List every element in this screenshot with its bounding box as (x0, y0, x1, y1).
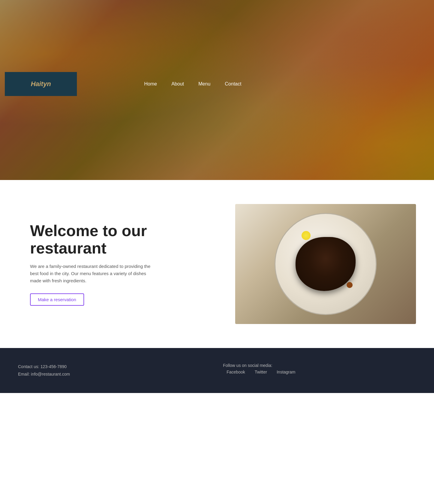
main-food-image (235, 204, 416, 324)
logo: Haityn (5, 72, 77, 96)
footer-contact: Contact us: 123-456-7890 Email: info@res… (18, 363, 211, 378)
footer-social: Follow us on social media: Facebook Twit… (223, 363, 416, 378)
social-links: Facebook Twitter Instagram (223, 369, 416, 375)
footer: Contact us: 123-456-7890 Email: info@res… (0, 348, 434, 393)
navbar: Haityn Home About Menu Contact (0, 72, 434, 96)
contact-line2: Email: info@restaurant.com (18, 370, 211, 378)
nav-links: Home About Menu Contact (137, 79, 249, 89)
hero-section: Haityn Home About Menu Contact (0, 0, 434, 180)
nav-link-about[interactable]: About (164, 79, 191, 89)
nav-link-home[interactable]: Home (137, 79, 164, 89)
main-section: Welcome to our restaurant We are a famil… (0, 180, 434, 348)
food-item (296, 237, 356, 291)
main-text-block: Welcome to our restaurant We are a famil… (18, 204, 223, 323)
garnish-yellow (302, 231, 311, 240)
reservation-button[interactable]: Make a reservation (30, 293, 84, 306)
social-label: Follow us on social media: (223, 363, 416, 368)
social-twitter[interactable]: Twitter (251, 369, 271, 375)
main-description: We are a family-owned restaurant dedicat… (30, 263, 156, 284)
garnish-brown (347, 282, 353, 288)
logo-text: Haityn (31, 80, 51, 88)
main-title: Welcome to our restaurant (30, 222, 211, 256)
contact-line1: Contact us: 123-456-7890 (18, 363, 211, 370)
social-instagram[interactable]: Instagram (273, 369, 299, 375)
social-facebook[interactable]: Facebook (223, 369, 249, 375)
plate (275, 213, 377, 315)
nav-link-contact[interactable]: Contact (218, 79, 249, 89)
nav-link-menu[interactable]: Menu (191, 79, 218, 89)
